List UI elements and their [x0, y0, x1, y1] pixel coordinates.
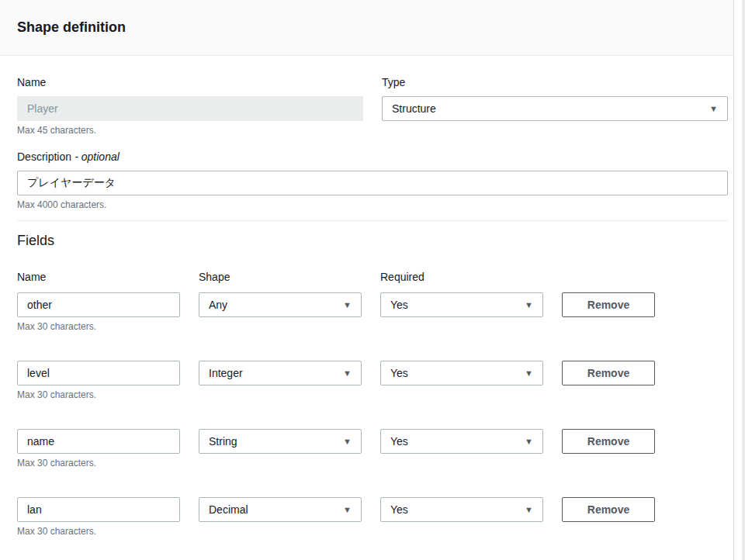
chevron-down-icon: ▼ [525, 506, 533, 514]
vertical-scrollbar-thumb[interactable] [742, 0, 745, 560]
field-shape-value: Integer [209, 367, 243, 379]
field-name-cell: Max 30 characters. [17, 292, 180, 333]
field-shape-select[interactable]: String ▼ [199, 429, 362, 454]
field-required-select[interactable]: Yes ▼ [380, 292, 543, 317]
description-input[interactable] [17, 171, 728, 195]
chevron-down-icon: ▼ [525, 369, 533, 378]
field-name-hint: Max 30 characters. [17, 525, 180, 538]
field-name-input[interactable] [17, 361, 180, 385]
shape-definition-form: Name Max 45 characters. Type Structure ▼… [0, 74, 733, 553]
fields-heading: Fields [17, 230, 728, 251]
field-required-select[interactable]: Yes ▼ [380, 361, 543, 385]
chevron-down-icon: ▼ [343, 301, 352, 309]
field-name-hint: Max 30 characters. [17, 389, 180, 401]
type-label: Type [382, 74, 728, 90]
description-hint: Max 4000 characters. [17, 199, 728, 211]
field-required-select[interactable]: Yes ▼ [380, 497, 543, 522]
column-header-shape: Shape [199, 269, 362, 285]
name-hint: Max 45 characters. [17, 124, 363, 137]
page-title: Shape definition [17, 19, 126, 36]
name-group: Name Max 45 characters. [17, 74, 363, 137]
type-group: Type Structure ▼ [382, 74, 728, 137]
chevron-down-icon: ▼ [525, 301, 533, 309]
chevron-down-icon: ▼ [343, 369, 352, 378]
field-name-cell: Max 30 characters. [17, 497, 180, 538]
type-select-value: Structure [392, 102, 436, 115]
vertical-scrollbar-track [733, 0, 745, 560]
shape-definition-panel: Shape definition Name Max 45 characters.… [0, 0, 745, 560]
field-shape-select[interactable]: Any ▼ [199, 292, 362, 317]
remove-field-button[interactable]: Remove [562, 429, 655, 454]
field-name-input[interactable] [17, 429, 180, 454]
description-label: Description- optional [17, 149, 728, 164]
section-divider [17, 220, 728, 221]
panel-header: Shape definition [0, 0, 733, 56]
field-row: Max 30 characters. String ▼ Yes ▼ Remove [17, 429, 728, 469]
field-row: Max 30 characters. Decimal ▼ Yes ▼ Remov… [17, 497, 728, 538]
remove-field-button[interactable]: Remove [562, 292, 655, 317]
field-name-cell: Max 30 characters. [17, 429, 180, 469]
field-required-value: Yes [390, 435, 408, 448]
name-type-row: Name Max 45 characters. Type Structure ▼ [17, 74, 728, 137]
shape-name-input [17, 96, 363, 121]
type-select[interactable]: Structure ▼ [382, 96, 728, 121]
field-shape-value: Any [209, 299, 227, 311]
field-shape-value: Decimal [209, 503, 248, 516]
field-name-hint: Max 30 characters. [17, 457, 180, 469]
field-shape-select[interactable]: Integer ▼ [199, 361, 362, 385]
chevron-down-icon: ▼ [709, 105, 718, 113]
column-header-required: Required [380, 269, 543, 285]
field-name-input[interactable] [17, 497, 180, 522]
chevron-down-icon: ▼ [525, 437, 533, 446]
fields-column-headers: Name Shape Required [17, 269, 728, 285]
field-required-value: Yes [390, 299, 408, 311]
remove-field-button[interactable]: Remove [562, 497, 655, 522]
description-group: Description- optional Max 4000 character… [17, 149, 728, 211]
remove-field-button[interactable]: Remove [562, 361, 655, 385]
field-required-value: Yes [390, 367, 408, 379]
chevron-down-icon: ▼ [343, 437, 352, 446]
field-shape-value: String [209, 435, 237, 448]
field-row: Max 30 characters. Any ▼ Yes ▼ Remove [17, 292, 728, 333]
field-name-input[interactable] [17, 292, 180, 317]
field-row: Max 30 characters. Integer ▼ Yes ▼ Remov… [17, 361, 728, 401]
field-shape-select[interactable]: Decimal ▼ [199, 497, 362, 522]
name-label: Name [17, 74, 363, 90]
field-name-cell: Max 30 characters. [17, 361, 180, 401]
field-required-value: Yes [390, 503, 408, 516]
field-name-hint: Max 30 characters. [17, 320, 180, 333]
column-header-name: Name [17, 269, 180, 285]
chevron-down-icon: ▼ [343, 506, 352, 514]
field-required-select[interactable]: Yes ▼ [380, 429, 543, 454]
